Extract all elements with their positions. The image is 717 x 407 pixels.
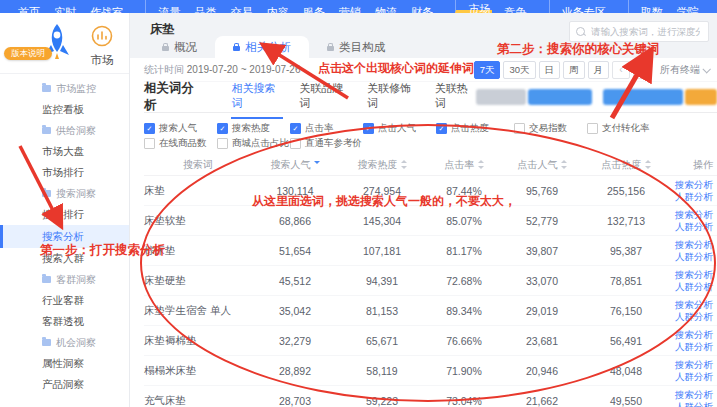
column-header[interactable]: 搜索人气 bbox=[252, 155, 338, 176]
search-analysis-link[interactable]: 搜索分析 bbox=[670, 179, 713, 191]
market-module[interactable]: 市场 bbox=[80, 25, 124, 68]
crowd-analysis-link[interactable]: 人群分析 bbox=[670, 371, 713, 383]
sidebar-menu-item[interactable]: 行业客群 bbox=[0, 290, 129, 311]
keyword-cell[interactable]: 充气床垫 bbox=[144, 386, 252, 407]
sidebar-menu-item[interactable]: 搜索洞察 bbox=[0, 183, 129, 204]
keyword-cell[interactable]: 榻榻米床垫 bbox=[144, 356, 252, 386]
column-header[interactable]: 点击人气 bbox=[502, 155, 582, 176]
metric-checkbox[interactable]: 搜索人气 bbox=[144, 122, 217, 135]
navbar-item[interactable]: 物流 bbox=[373, 0, 399, 13]
sidebar-menu-item[interactable]: 市场排行 bbox=[0, 162, 129, 183]
analysis-tab[interactable]: 类目构成 bbox=[309, 36, 403, 58]
navbar-item[interactable]: 业务专区 bbox=[549, 0, 608, 13]
metric-checkbox[interactable]: 在线商品数 bbox=[144, 137, 217, 150]
blurred-button[interactable] bbox=[528, 89, 592, 105]
navbar-item[interactable]: 交易 bbox=[229, 0, 255, 13]
search-analysis-link[interactable]: 搜索分析 bbox=[670, 269, 713, 281]
crowd-analysis-link[interactable]: 人群分析 bbox=[670, 311, 713, 323]
column-header[interactable]: 搜索词 bbox=[144, 155, 252, 176]
sidebar-menu-item[interactable]: 搜索分析 bbox=[0, 225, 129, 248]
navbar-item[interactable]: 市场 bbox=[455, 0, 492, 13]
search-analysis-link[interactable]: 搜索分析 bbox=[670, 329, 713, 341]
blurred-button[interactable] bbox=[685, 89, 717, 105]
navbar-item[interactable]: 竞争 bbox=[503, 0, 529, 13]
word-type-tab[interactable]: 关联热词 bbox=[435, 75, 476, 119]
sidebar-menu-item[interactable]: 机会洞察 bbox=[0, 332, 129, 353]
date-range-button[interactable]: 周 bbox=[563, 61, 585, 79]
keyword-cell[interactable]: 床垫 bbox=[144, 176, 252, 206]
navbar-item[interactable]: 作战室 bbox=[88, 0, 125, 13]
search-analysis-link[interactable]: 搜索分析 bbox=[670, 359, 713, 371]
sort-icon[interactable] bbox=[478, 160, 484, 169]
word-type-tab[interactable]: 相关搜索词 bbox=[231, 75, 283, 119]
column-header[interactable]: 点击热度 bbox=[582, 155, 670, 176]
search-analysis-link[interactable]: 搜索分析 bbox=[670, 299, 713, 311]
navbar-item[interactable]: 内容 bbox=[265, 0, 291, 13]
crowd-analysis-link[interactable]: 人群分析 bbox=[670, 251, 713, 263]
version-badge[interactable]: 版本说明 bbox=[4, 47, 52, 60]
word-type-tab[interactable]: 关联品牌词 bbox=[299, 75, 351, 119]
metric-checkbox[interactable]: 点击热度 bbox=[436, 122, 514, 135]
date-range-button[interactable]: 日 bbox=[539, 61, 561, 79]
metric-checkbox[interactable]: 交易指数 bbox=[514, 122, 587, 135]
sort-icon[interactable] bbox=[645, 160, 651, 169]
sidebar-menu-item[interactable]: 产品洞察 bbox=[0, 374, 129, 395]
metric-checkbox[interactable]: 点击率 bbox=[290, 122, 363, 135]
metric-checkbox[interactable]: 商城点击占比 bbox=[217, 137, 290, 150]
next-page-button[interactable]: › bbox=[633, 61, 651, 79]
column-header[interactable]: 点击率 bbox=[426, 155, 502, 176]
word-type-tab[interactable]: 关联修饰词 bbox=[367, 75, 419, 119]
sidebar-menu-item[interactable]: 供给洞察 bbox=[0, 120, 129, 141]
keyword-cell[interactable]: 床垫硬垫 bbox=[144, 266, 252, 296]
date-range-button[interactable]: 月 bbox=[588, 61, 610, 79]
analysis-tab[interactable]: 相关分析 bbox=[215, 36, 309, 58]
keyword-search-box[interactable] bbox=[569, 21, 709, 42]
terminal-filter-dropdown[interactable]: 所有终端 bbox=[660, 63, 709, 77]
sidebar-menu-item[interactable]: 市场监控 bbox=[0, 78, 129, 99]
sort-desc-icon[interactable] bbox=[314, 161, 320, 167]
search-input[interactable] bbox=[589, 25, 702, 38]
crowd-analysis-link[interactable]: 人群分析 bbox=[670, 281, 713, 293]
navbar-item[interactable]: 服务 bbox=[301, 0, 327, 13]
navbar-item[interactable]: 财务 bbox=[409, 0, 435, 13]
sidebar-menu-item[interactable]: 搜索排行 bbox=[0, 204, 129, 225]
navbar-item[interactable]: 流量 bbox=[145, 0, 182, 13]
crowd-analysis-link[interactable]: 人群分析 bbox=[670, 191, 713, 203]
sidebar-menu-item[interactable]: 客群透视 bbox=[0, 311, 129, 332]
crowd-analysis-link[interactable]: 人群分析 bbox=[670, 341, 713, 353]
search-analysis-link[interactable]: 搜索分析 bbox=[670, 209, 713, 221]
navbar-item[interactable]: 取数 bbox=[628, 0, 665, 13]
crowd-analysis-link[interactable]: 人群分析 bbox=[670, 221, 713, 233]
sidebar-menu-item[interactable]: 属性洞察 bbox=[0, 353, 129, 374]
blurred-button[interactable] bbox=[603, 89, 683, 105]
sidebar-menu-item[interactable]: 搜索人群 bbox=[0, 248, 129, 269]
keyword-cell[interactable]: 棕床垫 bbox=[144, 236, 252, 266]
analysis-tab[interactable]: 概况 bbox=[144, 36, 215, 58]
keyword-cell[interactable]: 床垫软垫 bbox=[144, 206, 252, 236]
metric-checkbox[interactable]: 支付转化率 bbox=[587, 122, 660, 135]
sort-icon[interactable] bbox=[561, 160, 567, 169]
search-analysis-link[interactable]: 搜索分析 bbox=[670, 239, 713, 251]
sort-icon[interactable] bbox=[401, 160, 407, 169]
search-analysis-link[interactable]: 搜索分析 bbox=[670, 389, 713, 401]
keyword-cell[interactable]: 床垫褥棉垫 bbox=[144, 326, 252, 356]
navbar-item[interactable]: 首页 bbox=[16, 0, 42, 13]
sidebar-menu-item[interactable]: 监控看板 bbox=[0, 99, 129, 120]
navbar-item[interactable]: 学院 bbox=[675, 0, 701, 13]
date-range-button[interactable]: 30天 bbox=[503, 61, 535, 79]
navbar-item[interactable]: 品类 bbox=[193, 0, 219, 13]
keyword-cell[interactable]: 床垫学生宿舍 单人 bbox=[144, 296, 252, 326]
column-header[interactable]: 搜索热度 bbox=[338, 155, 426, 176]
metric-checkbox[interactable]: 直通车参考价 bbox=[290, 137, 363, 150]
navbar-item[interactable]: 营销 bbox=[337, 0, 363, 13]
navbar-item[interactable]: 实时 bbox=[52, 0, 78, 13]
metric-checkbox[interactable]: 点击人气 bbox=[363, 122, 436, 135]
crowd-analysis-link[interactable]: 人群分析 bbox=[670, 401, 713, 407]
metric-checkbox[interactable]: 搜索热度 bbox=[217, 122, 290, 135]
sidebar-menu-item[interactable]: 客群洞察 bbox=[0, 269, 129, 290]
date-range-button[interactable]: 7天 bbox=[474, 61, 501, 79]
column-header[interactable]: 操作 bbox=[670, 155, 717, 176]
sidebar-menu-item[interactable]: 市场大盘 bbox=[0, 141, 129, 162]
blurred-button[interactable] bbox=[476, 89, 526, 105]
prev-page-button[interactable]: ‹ bbox=[612, 61, 630, 79]
